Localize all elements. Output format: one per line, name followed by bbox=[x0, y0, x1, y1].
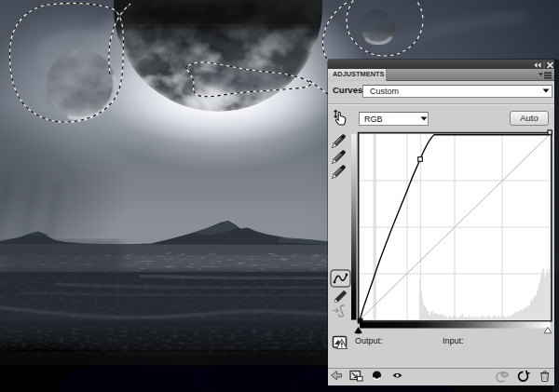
svg-text:Input:: Input: bbox=[443, 336, 464, 345]
svg-text:Output:: Output: bbox=[355, 336, 383, 345]
